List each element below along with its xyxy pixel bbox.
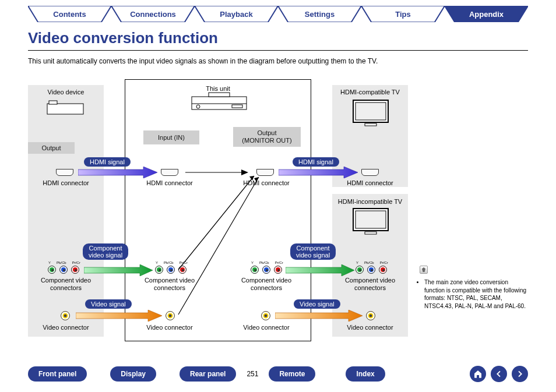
- label-hdmi-conn-1: HDMI connector: [28, 179, 104, 186]
- next-page-button[interactable]: [512, 366, 528, 382]
- tab-settings[interactable]: Settings: [278, 6, 361, 22]
- bottom-nav: Front panel Display Rear panel 251 Remot…: [28, 365, 528, 383]
- top-tabs: Contents Connections Playback Settings T…: [28, 6, 528, 22]
- page-number: 251: [236, 370, 269, 378]
- page-title: Video conversion function: [28, 29, 218, 47]
- svg-marker-28: [249, 176, 254, 181]
- svg-line-29: [178, 177, 259, 315]
- hdmi-tv-icon: [352, 99, 389, 130]
- video-device-icon: [47, 100, 85, 120]
- badge-video-signal-right: Video signal: [294, 299, 340, 309]
- arrow-hdmi-left: [78, 167, 157, 178]
- component-pin-labels-1: YPb/CbPr/Cr: [48, 261, 80, 264]
- svg-line-27: [178, 176, 254, 270]
- label-input-in: Input (IN): [143, 130, 199, 144]
- label-device-output: Output: [28, 142, 75, 154]
- label-video-conn-1: Video connector: [28, 324, 104, 331]
- svg-marker-30: [254, 177, 259, 182]
- arrow-video-right: [275, 310, 363, 322]
- svg-rect-15: [365, 123, 376, 126]
- badge-component-signal-right: Component video signal: [290, 243, 336, 260]
- svg-rect-6: [47, 104, 83, 114]
- label-video-conn-4: Video connector: [332, 324, 408, 331]
- video-connector-tv: [366, 311, 375, 320]
- label-monitor-out: Output (MONITOR OUT): [233, 127, 301, 147]
- tab-tips-label: Tips: [395, 10, 411, 19]
- intro-text: This unit automatically converts the inp…: [28, 57, 378, 65]
- arrow-right-icon: [515, 369, 525, 379]
- label-video-conn-3: Video connector: [228, 324, 304, 331]
- svg-marker-26: [275, 310, 363, 322]
- arrow-component-left: [84, 264, 153, 276]
- note-text: The main zone video conversion function …: [416, 278, 527, 310]
- hdmi-connector-tv: [361, 169, 379, 176]
- display-button[interactable]: Display: [110, 366, 156, 382]
- tab-contents-label: Contents: [53, 10, 86, 19]
- title-rule: [28, 50, 528, 51]
- component-connectors-device: [48, 266, 79, 274]
- prev-page-button[interactable]: [491, 366, 507, 382]
- badge-hdmi-signal-left: HDMI signal: [84, 157, 131, 167]
- this-unit-icon: [191, 92, 247, 114]
- svg-rect-18: [365, 232, 376, 234]
- pencil-icon: [420, 266, 428, 274]
- arrow-video-left: [76, 310, 162, 322]
- label-hdmi-tv: HDMI-compatible TV: [332, 89, 408, 96]
- tab-settings-label: Settings: [305, 10, 335, 19]
- tab-appendix[interactable]: Appendix: [445, 6, 528, 22]
- label-comp-conn-1: Component video connectors: [28, 277, 104, 292]
- badge-video-signal-left: Video signal: [85, 299, 132, 309]
- badge-hdmi-signal-right: HDMI signal: [293, 157, 339, 167]
- tab-connections-label: Connections: [130, 10, 176, 19]
- diagram: Video device This unit HDMI-compatible T…: [28, 75, 528, 342]
- badge-component-signal-left: Component video signal: [83, 243, 128, 260]
- index-button[interactable]: Index: [346, 366, 385, 382]
- tab-playback[interactable]: Playback: [195, 6, 278, 22]
- svg-rect-14: [356, 103, 386, 120]
- svg-marker-24: [286, 264, 354, 276]
- label-video-device: Video device: [28, 89, 104, 96]
- svg-marker-25: [76, 310, 162, 322]
- label-nonhdmi-tv: HDMI-incompatible TV: [332, 198, 408, 205]
- tab-tips[interactable]: Tips: [361, 6, 445, 22]
- component-connectors-tv: [356, 266, 387, 274]
- svg-marker-23: [84, 264, 153, 276]
- front-panel-button[interactable]: Front panel: [28, 366, 87, 382]
- rear-panel-button[interactable]: Rear panel: [180, 366, 236, 382]
- video-connector-device: [61, 311, 70, 320]
- tab-playback-label: Playback: [220, 10, 252, 19]
- arrow-left-icon: [494, 369, 504, 379]
- label-this-unit: This unit: [125, 85, 311, 92]
- remote-button[interactable]: Remote: [269, 366, 315, 382]
- label-comp-conn-4: Component video connectors: [332, 277, 408, 292]
- video-connector-in: [166, 311, 175, 320]
- tab-connections[interactable]: Connections: [111, 6, 195, 22]
- conversion-arrows: [176, 169, 269, 320]
- tab-contents[interactable]: Contents: [28, 6, 111, 22]
- arrow-component-right: [286, 264, 354, 276]
- svg-rect-17: [356, 211, 386, 228]
- label-hdmi-conn-4: HDMI connector: [332, 179, 408, 186]
- note-bullet: The main zone video conversion function …: [424, 278, 527, 310]
- component-pin-labels-4: YPb/CbPr/Cr: [356, 261, 388, 264]
- label-video-conn-2: Video connector: [132, 324, 207, 331]
- svg-rect-7: [49, 101, 57, 104]
- svg-marker-20: [279, 167, 358, 178]
- svg-marker-19: [78, 167, 157, 178]
- arrow-hdmi-right: [279, 167, 358, 178]
- tab-appendix-label: Appendix: [469, 10, 504, 19]
- svg-rect-10: [209, 93, 230, 97]
- home-icon: [473, 369, 483, 379]
- hdmi-connector-device: [56, 169, 73, 176]
- nonhdmi-tv-icon: [352, 207, 389, 239]
- home-button[interactable]: [470, 366, 486, 382]
